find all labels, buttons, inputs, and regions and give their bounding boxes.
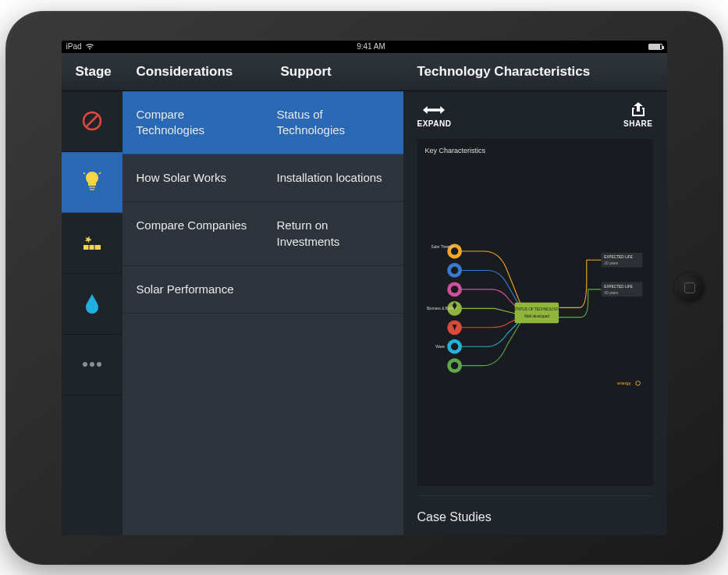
menu-row-how-solar[interactable]: How Solar Works Installation locations [123,154,403,202]
svg-point-40 [635,381,640,385]
expand-button[interactable]: EXPAND [417,102,452,128]
home-button[interactable] [675,273,705,303]
svg-text:Biomass & Biofuel: Biomass & Biofuel [426,307,456,311]
stage-item-lightbulb[interactable] [62,152,123,213]
svg-text:20 years: 20 years [604,261,619,264]
action-row: EXPAND SHARE [417,102,653,128]
svg-text:energy: energy [617,381,630,385]
menu-row-compare-companies[interactable]: Compare Companies Return on Investments [123,202,403,266]
svg-rect-30 [514,302,558,322]
header-tech: Technology Characteristics [403,53,667,91]
menu-considerations-label: How Solar Works [123,154,263,201]
status-bar: iPad 9:41 AM [62,41,667,53]
detail-column: EXPAND SHARE Key Characteristics [403,91,667,535]
svg-text:EXPECTED LIFE: EXPECTED LIFE [604,255,632,259]
svg-point-13 [90,362,94,367]
svg-text:Well developed: Well developed [524,314,549,318]
header-stage: Stage [62,53,123,91]
case-studies-link[interactable]: Case Studies [417,495,653,535]
svg-point-28 [450,343,457,350]
menu-considerations-label: Compare Companies [123,202,263,265]
svg-line-1 [87,115,98,126]
stage-item-water[interactable] [62,274,123,335]
svg-text:STATUS OF TECHNOLOGY: STATUS OF TECHNOLOGY [513,307,561,311]
infographic-diagram: Solar Thermal Biomass & Biofuel Wave [425,161,645,477]
body-row: Compare Technologies Status of Technolog… [62,91,667,535]
wifi-icon [85,43,94,50]
header-considerations: Considerations [123,53,267,91]
svg-point-26 [450,266,457,273]
header-support: Support [267,53,403,91]
menu-row-compare-tech[interactable]: Compare Technologies Status of Technolog… [123,91,403,155]
stage-item-no-entry[interactable] [62,91,123,152]
more-icon [80,353,104,376]
svg-line-5 [83,172,85,174]
menu-support-label: Return on Investments [263,202,403,265]
svg-rect-9 [83,245,101,250]
expand-icon [423,102,445,118]
svg-rect-3 [90,189,94,190]
svg-rect-2 [89,186,95,188]
no-entry-icon [80,109,104,133]
lightbulb-icon [80,170,104,193]
menu-considerations-label: Compare Technologies [123,91,263,154]
svg-point-25 [450,247,457,254]
svg-point-12 [83,362,87,367]
svg-point-14 [97,362,101,367]
expand-label: EXPAND [417,119,452,128]
share-icon [627,102,649,118]
device-label: iPad [66,42,82,51]
infographic-panel[interactable]: Key Characteristics [417,139,653,486]
menu-support-label: Installation locations [263,154,403,201]
stage-column [62,91,123,535]
solar-panel-icon [80,231,104,254]
svg-text:40 years: 40 years [604,290,619,294]
infographic-title: Key Characteristics [425,147,645,154]
share-button[interactable]: SHARE [623,102,653,128]
header-row: Stage Considerations Support Technology … [62,53,667,91]
share-label: SHARE [623,119,653,128]
svg-text:Solar Thermal: Solar Thermal [431,245,453,249]
app-root: Stage Considerations Support Technology … [62,53,667,535]
svg-text:EXPECTED LIFE: EXPECTED LIFE [604,285,632,289]
battery-icon [648,44,662,50]
svg-line-6 [99,172,101,174]
stage-item-more[interactable] [62,335,123,396]
ipad-frame: iPad 9:41 AM Stage Considerations Suppor… [5,11,723,565]
ipad-screen: iPad 9:41 AM Stage Considerations Suppor… [62,41,667,535]
svg-point-27 [450,286,457,293]
stage-item-solar-panel[interactable] [62,213,123,274]
menu-support-label [263,266,403,313]
clock: 9:41 AM [357,42,385,51]
svg-point-29 [450,361,457,368]
svg-point-8 [87,239,89,241]
menu-row-solar-performance[interactable]: Solar Performance [123,266,403,314]
menu-column: Compare Technologies Status of Technolog… [123,91,403,535]
menu-considerations-label: Solar Performance [123,266,263,313]
svg-text:Wave: Wave [435,345,445,349]
water-drop-icon [80,292,104,315]
menu-support-label: Status of Technologies [263,91,403,154]
